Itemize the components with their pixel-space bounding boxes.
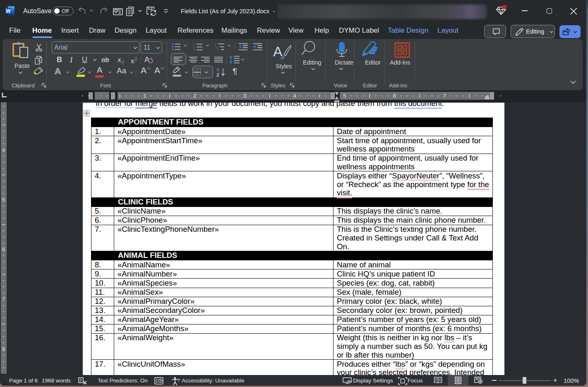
svg-text:i: i	[217, 48, 218, 51]
svg-text:A: A	[273, 43, 283, 59]
svg-text:7: 7	[443, 93, 446, 99]
svg-text:3: 3	[193, 48, 195, 51]
svg-text:4: 4	[293, 93, 296, 99]
svg-text:6: 6	[2, 247, 5, 252]
svg-text:5: 5	[343, 93, 346, 99]
svg-text:W: W	[6, 8, 11, 14]
svg-text:1: 1	[143, 93, 146, 99]
svg-text:Z: Z	[216, 72, 219, 77]
svg-text:3: 3	[243, 93, 247, 99]
svg-text:5: 5	[2, 197, 5, 203]
svg-text:8: 8	[2, 346, 5, 352]
svg-text:6: 6	[393, 93, 396, 99]
svg-text:A: A	[216, 67, 220, 72]
svg-text:?: ?	[178, 378, 180, 383]
svg-text:7: 7	[2, 296, 5, 302]
svg-text:2: 2	[193, 93, 197, 99]
svg-text:4: 4	[2, 147, 5, 153]
